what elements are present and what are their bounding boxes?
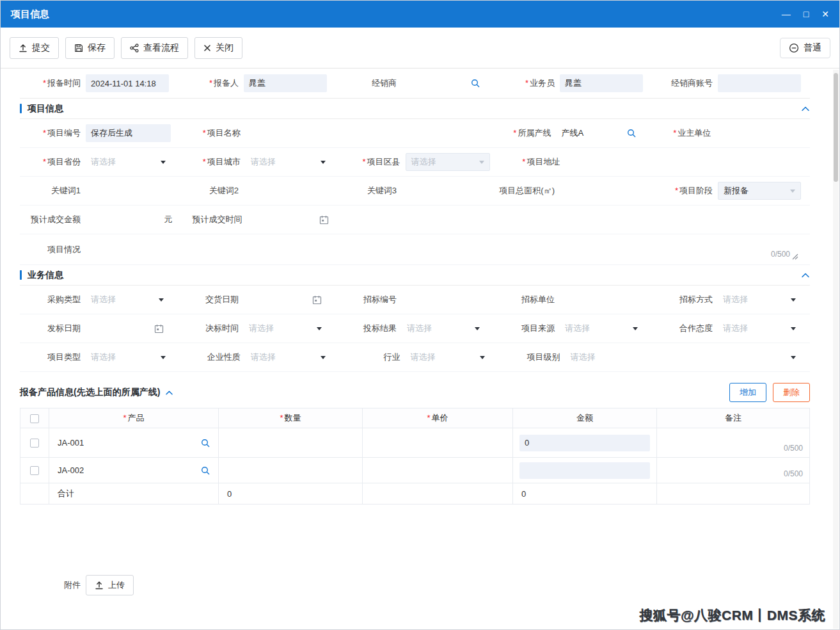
minimize-icon[interactable]: — bbox=[782, 10, 791, 19]
purchase-type-select[interactable]: 请选择 bbox=[86, 291, 169, 309]
priority-button[interactable]: 普通 bbox=[780, 38, 830, 58]
resize-grip-icon[interactable] bbox=[792, 254, 798, 260]
attitude-select[interactable]: 请选择 bbox=[718, 319, 801, 337]
add-product-button[interactable]: 增加 bbox=[729, 383, 766, 402]
chevron-up-icon[interactable] bbox=[801, 272, 810, 279]
province-select[interactable]: 请选择 bbox=[86, 153, 171, 171]
owner-unit-label: 业主单位 bbox=[650, 127, 711, 139]
flow-share-icon bbox=[130, 44, 139, 52]
maximize-icon[interactable]: □ bbox=[804, 10, 809, 19]
remark-input[interactable]: 0/500 bbox=[657, 428, 810, 458]
close-form-button[interactable]: 关闭 bbox=[194, 37, 242, 59]
qty-input[interactable] bbox=[219, 428, 363, 458]
search-icon[interactable] bbox=[201, 466, 210, 475]
salesman-label: 业务员 bbox=[494, 77, 555, 89]
bid-method-select[interactable]: 请选择 bbox=[718, 291, 801, 309]
watermark: 搜狐号@八骏CRM丨DMS系统 bbox=[640, 606, 825, 624]
keyword1-input[interactable] bbox=[86, 182, 169, 200]
remark-column-header: 备注 bbox=[657, 408, 810, 428]
product-row: JA-001 0 0/500 bbox=[20, 428, 810, 458]
city-label: 项目城市 bbox=[180, 156, 241, 168]
search-icon[interactable] bbox=[627, 129, 636, 138]
bid-no-input[interactable] bbox=[402, 291, 485, 309]
calendar-icon[interactable] bbox=[154, 324, 164, 334]
district-select[interactable]: 请选择 bbox=[406, 153, 491, 171]
row-checkbox[interactable] bbox=[30, 439, 39, 448]
enterprise-nature-select[interactable]: 请选择 bbox=[246, 348, 331, 366]
chevron-down-icon bbox=[159, 298, 164, 302]
form-row: 采购类型 请选择 交货日期 招标编号 招标单位 bbox=[20, 286, 810, 314]
keyword3-input[interactable] bbox=[402, 182, 485, 200]
situation-textarea[interactable]: 0/500 bbox=[86, 237, 801, 262]
total-area-input[interactable] bbox=[560, 182, 643, 200]
scrollbar-thumb[interactable] bbox=[834, 73, 838, 182]
close-icon[interactable]: ✕ bbox=[821, 10, 829, 19]
industry-select[interactable]: 请选择 bbox=[406, 348, 491, 366]
search-icon[interactable] bbox=[471, 79, 480, 88]
row-checkbox[interactable] bbox=[30, 466, 39, 475]
dealer-input[interactable] bbox=[402, 74, 485, 92]
calendar-icon[interactable] bbox=[312, 295, 322, 305]
bid-result-select[interactable]: 请选择 bbox=[402, 319, 485, 337]
qty-input[interactable] bbox=[219, 458, 363, 483]
total-qty: 0 bbox=[219, 483, 363, 505]
source-label: 项目来源 bbox=[494, 323, 555, 334]
view-flow-button[interactable]: 查看流程 bbox=[121, 37, 188, 59]
project-type-label: 项目类型 bbox=[20, 351, 81, 363]
product-line-input[interactable]: 产线A bbox=[556, 124, 641, 142]
award-time-select[interactable]: 请选择 bbox=[244, 319, 327, 337]
price-input[interactable] bbox=[363, 458, 513, 483]
expected-time-input[interactable] bbox=[248, 211, 335, 229]
product-value: JA-001 bbox=[58, 438, 84, 448]
chevron-down-icon bbox=[161, 161, 166, 164]
owner-unit-input[interactable] bbox=[716, 124, 801, 142]
delete-product-button[interactable]: 删除 bbox=[773, 383, 810, 402]
source-select[interactable]: 请选择 bbox=[560, 319, 643, 337]
submit-button[interactable]: 提交 bbox=[10, 37, 59, 59]
chevron-up-icon[interactable] bbox=[165, 390, 173, 396]
product-row: JA-002 0/500 bbox=[20, 458, 810, 483]
stage-select[interactable]: 新报备 bbox=[718, 182, 801, 200]
upload-button[interactable]: 上传 bbox=[86, 575, 134, 595]
upload-icon bbox=[95, 581, 104, 590]
attachment-label: 附件 bbox=[20, 579, 81, 591]
price-column-header: 单价 bbox=[363, 408, 513, 428]
calendar-icon[interactable] bbox=[319, 215, 329, 225]
address-input[interactable] bbox=[565, 153, 801, 171]
currency-unit: 元 bbox=[164, 214, 173, 225]
total-row: 合计 0 0 bbox=[20, 483, 810, 505]
price-input[interactable] bbox=[363, 428, 513, 458]
chevron-down-icon bbox=[317, 327, 322, 330]
reporter-input[interactable]: 晁盖 bbox=[244, 74, 327, 92]
dealer-account-input[interactable] bbox=[718, 74, 801, 92]
project-type-select[interactable]: 请选择 bbox=[86, 348, 171, 366]
qty-column-header: 数量 bbox=[219, 408, 363, 428]
expected-amount-input[interactable] bbox=[86, 211, 161, 229]
select-all-checkbox[interactable] bbox=[30, 414, 39, 423]
remark-input[interactable]: 0/500 bbox=[657, 458, 810, 483]
bid-unit-input[interactable] bbox=[560, 291, 643, 309]
issue-date-input[interactable] bbox=[86, 319, 169, 337]
chevron-down-icon bbox=[321, 161, 326, 164]
keyword2-input[interactable] bbox=[244, 182, 327, 200]
vertical-scrollbar[interactable] bbox=[833, 70, 839, 629]
project-no-input[interactable]: 保存后生成 bbox=[86, 124, 171, 142]
amount-input[interactable]: 0 bbox=[519, 435, 650, 451]
city-select[interactable]: 请选择 bbox=[246, 153, 331, 171]
chevron-down-icon bbox=[479, 161, 484, 164]
delivery-date-input[interactable] bbox=[244, 291, 327, 309]
bid-result-label: 投标结果 bbox=[336, 323, 397, 334]
amount-input[interactable] bbox=[519, 462, 650, 479]
salesman-input[interactable]: 晁盖 bbox=[560, 74, 643, 92]
situation-label: 项目情况 bbox=[20, 244, 81, 255]
save-button[interactable]: 保存 bbox=[65, 37, 115, 59]
form-row: 发标日期 决标时间 请选择 投标结果 请选择 bbox=[20, 314, 810, 343]
product-section-header: 报备产品信息(先选上面的所属产线) 增加 删除 bbox=[20, 382, 810, 403]
section-accent-bar bbox=[20, 270, 22, 280]
chevron-up-icon[interactable] bbox=[801, 106, 810, 112]
char-counter: 0/500 bbox=[784, 444, 803, 453]
project-name-input[interactable] bbox=[246, 124, 482, 142]
search-icon[interactable] bbox=[201, 439, 210, 448]
report-time-input[interactable]: 2024-11-01 14:18 bbox=[86, 74, 169, 92]
level-select[interactable]: 请选择 bbox=[565, 348, 801, 366]
